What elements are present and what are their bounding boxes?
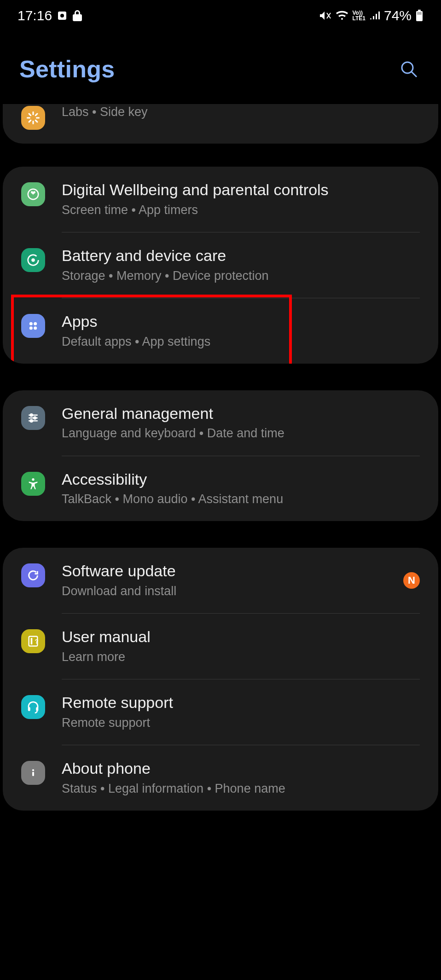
- battery-icon: [415, 9, 424, 22]
- row-remote-support[interactable]: Remote support Remote support: [3, 679, 438, 745]
- status-bar: 17:16 Vo))LTE1 74%: [0, 0, 441, 31]
- swupdate-sub: Download and install: [62, 583, 387, 599]
- remote-title: Remote support: [62, 693, 420, 712]
- status-time: 17:16: [17, 8, 52, 23]
- row-battery-device-care[interactable]: Battery and device care Storage • Memory…: [3, 232, 438, 298]
- search-icon: [399, 59, 419, 79]
- settings-header: Settings: [0, 31, 441, 104]
- svg-rect-3: [418, 10, 421, 11]
- svg-line-7: [412, 72, 417, 77]
- svg-rect-28: [32, 772, 34, 776]
- volte-icon: Vo))LTE1: [353, 10, 366, 21]
- digital-wellbeing-icon: [21, 182, 45, 206]
- row-user-manual[interactable]: ? User manual Learn more: [3, 614, 438, 679]
- general-title: General management: [62, 404, 420, 423]
- svg-text:?: ?: [35, 638, 39, 645]
- screen-record-icon: [57, 10, 68, 21]
- svg-point-20: [32, 478, 34, 481]
- svg-rect-24: [28, 707, 30, 711]
- remote-sub: Remote support: [62, 715, 420, 731]
- row-digital-wellbeing[interactable]: Digital Wellbeing and parental controls …: [3, 167, 438, 232]
- row-accessibility[interactable]: Accessibility TalkBack • Mono audio • As…: [3, 456, 438, 522]
- accessibility-icon: [21, 472, 45, 496]
- general-sub: Language and keyboard • Date and time: [62, 425, 420, 441]
- svg-rect-5: [417, 12, 422, 15]
- battery-title: Battery and device care: [62, 246, 420, 265]
- svg-point-9: [31, 258, 35, 262]
- remote-support-icon: [21, 695, 45, 719]
- notification-badge: N: [403, 572, 420, 589]
- svg-point-11: [34, 322, 37, 325]
- general-management-icon: [21, 406, 45, 430]
- svg-point-17: [30, 414, 33, 416]
- svg-point-19: [30, 419, 33, 422]
- row-general-management[interactable]: General management Language and keyboard…: [3, 390, 438, 456]
- swupdate-title: Software update: [62, 562, 387, 580]
- svg-point-18: [34, 417, 36, 419]
- signal-icon: [369, 11, 380, 20]
- dwb-sub: Screen time • App timers: [62, 202, 420, 218]
- svg-point-13: [34, 326, 37, 330]
- status-left: 17:16: [17, 8, 82, 23]
- svg-point-10: [29, 322, 33, 325]
- row-software-update[interactable]: Software update Download and install N: [3, 548, 438, 613]
- svg-rect-25: [36, 707, 38, 711]
- a11y-sub: TalkBack • Mono audio • Assistant menu: [62, 491, 420, 507]
- row-apps[interactable]: Apps Default apps • App settings: [3, 298, 438, 364]
- page-title: Settings: [19, 55, 115, 83]
- svg-point-1: [60, 14, 64, 17]
- group-advanced: Advanced features Labs • Side key: [3, 104, 438, 144]
- battery-percent: 74%: [384, 8, 412, 23]
- battery-sub: Storage • Memory • Device protection: [62, 268, 420, 284]
- battery-care-icon: [21, 248, 45, 272]
- group-about: Software update Download and install N ?…: [3, 548, 438, 811]
- apps-sub: Default apps • App settings: [62, 334, 420, 350]
- advanced-features-icon: [21, 106, 45, 130]
- dwb-title: Digital Wellbeing and parental controls: [62, 180, 420, 199]
- svg-point-12: [29, 326, 33, 330]
- wifi-icon: [335, 11, 349, 21]
- group-device: Digital Wellbeing and parental controls …: [3, 167, 438, 364]
- row-advanced-features[interactable]: Advanced features Labs • Side key: [3, 104, 438, 144]
- about-phone-icon: [21, 761, 45, 785]
- search-button[interactable]: [396, 56, 422, 82]
- lock-icon: [72, 10, 82, 22]
- mute-vibrate-icon: [319, 10, 331, 21]
- svg-point-27: [32, 769, 34, 771]
- row-about-phone[interactable]: About phone Status • Legal information •…: [3, 745, 438, 811]
- apps-title: Apps: [62, 312, 420, 331]
- status-right: Vo))LTE1 74%: [319, 8, 424, 23]
- svg-point-6: [402, 62, 413, 73]
- manual-title: User manual: [62, 627, 420, 646]
- user-manual-icon: ?: [21, 629, 45, 653]
- software-update-icon: [21, 563, 45, 587]
- about-sub: Status • Legal information • Phone name: [62, 781, 420, 797]
- advanced-sub: Labs • Side key: [62, 104, 420, 120]
- about-title: About phone: [62, 759, 420, 778]
- manual-sub: Learn more: [62, 649, 420, 665]
- group-general: General management Language and keyboard…: [3, 390, 438, 522]
- bottom-space: [0, 811, 441, 980]
- apps-icon: [21, 314, 45, 338]
- svg-rect-22: [31, 638, 33, 644]
- a11y-title: Accessibility: [62, 470, 420, 489]
